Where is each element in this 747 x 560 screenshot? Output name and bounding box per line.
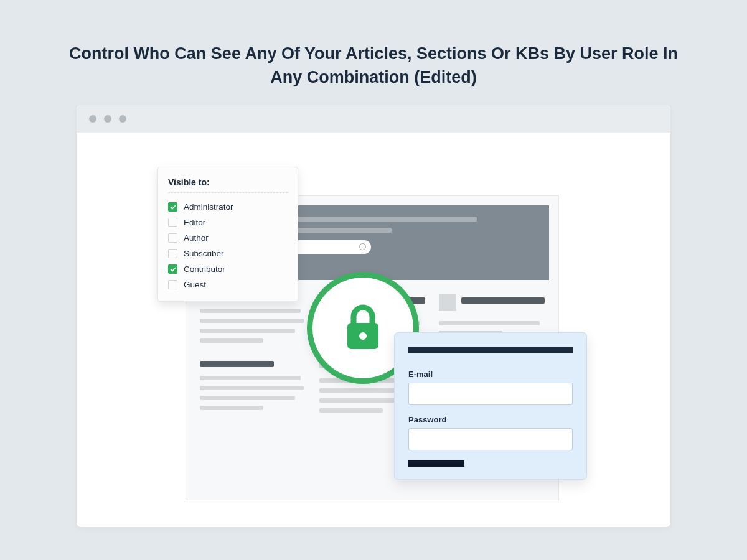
login-button[interactable] — [408, 460, 464, 467]
window-dot-icon — [104, 115, 111, 123]
checkbox-icon[interactable] — [168, 264, 177, 274]
window-titlebar — [77, 105, 670, 133]
panel-title: Visible to: — [168, 177, 288, 193]
role-label: Subscriber — [184, 249, 224, 258]
kb-column — [200, 294, 306, 418]
role-label: Author — [184, 233, 209, 243]
role-checkbox-row[interactable]: Subscriber — [168, 246, 288, 261]
role-checkbox-row[interactable]: Administrator — [168, 199, 288, 215]
checkbox-icon[interactable] — [168, 202, 177, 212]
visible-to-panel: Visible to: AdministratorEditorAuthorSub… — [157, 167, 298, 302]
role-label: Contributor — [184, 264, 225, 274]
checkbox-icon[interactable] — [168, 280, 177, 289]
role-checkbox-row[interactable]: Contributor — [168, 261, 288, 277]
login-title-placeholder — [408, 347, 573, 353]
login-card: E-mail Password — [394, 332, 587, 480]
role-checkbox-row[interactable]: Editor — [168, 215, 288, 230]
role-label: Administrator — [184, 202, 233, 212]
browser-window-mock: Visible to: AdministratorEditorAuthorSub… — [76, 105, 671, 528]
window-dot-icon — [119, 115, 126, 123]
role-checkbox-row[interactable]: Guest — [168, 277, 288, 292]
role-label: Editor — [184, 218, 205, 227]
password-label: Password — [408, 415, 573, 424]
password-field[interactable] — [408, 428, 573, 450]
checkbox-icon[interactable] — [168, 249, 177, 258]
email-field[interactable] — [408, 383, 573, 405]
checkbox-icon[interactable] — [168, 218, 177, 227]
window-dot-icon — [89, 115, 96, 123]
role-label: Guest — [184, 280, 206, 289]
svg-point-1 — [359, 332, 367, 340]
role-checkbox-row[interactable]: Author — [168, 230, 288, 246]
email-label: E-mail — [408, 370, 573, 379]
page-headline: Control Who Can See Any Of Your Articles… — [0, 0, 747, 90]
lock-icon — [341, 303, 385, 353]
checkbox-icon[interactable] — [168, 233, 177, 243]
